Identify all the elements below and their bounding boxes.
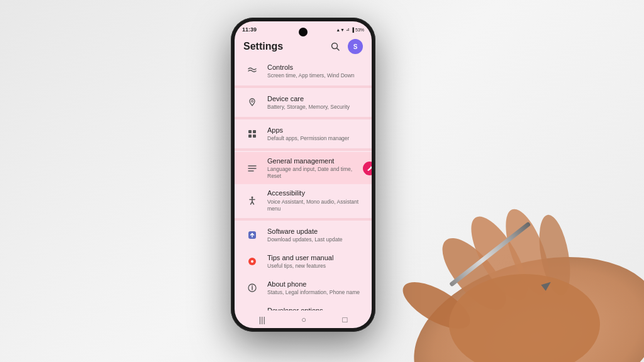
wifi-icon: ⊿ [346,27,350,32]
user-avatar[interactable]: S [348,39,363,54]
home-button[interactable]: ○ [301,315,306,324]
divider-1 [235,85,372,88]
settings-item-device-care[interactable]: Device care Battery, Storage, Memory, Se… [235,89,372,116]
tips-subtitle: Useful tips, new features [267,263,363,270]
general-management-icon [243,160,261,177]
svg-rect-12 [248,130,252,133]
apps-icon [243,125,261,143]
software-update-text: Software update Download updates, Last u… [267,227,363,243]
edit-icon [367,165,372,172]
accessibility-text: Accessibility Voice Assistant, Mono audi… [267,189,363,212]
search-icon [331,42,340,51]
search-button[interactable] [328,39,343,54]
signal-icon: ▲▼ [336,28,345,32]
svg-rect-15 [253,134,256,138]
developer-options-text: Developer options Developer options [267,306,363,310]
back-icon: ||| [259,315,265,324]
phone-wrapper: 11:39 ▲▼ ⊿ ▐ 53% Settings [231,18,375,332]
software-update-subtitle: Download updates, Last update [267,236,363,243]
controls-subtitle: Screen time, App timers, Wind Down [267,72,363,79]
general-management-subtitle: Language and input, Date and time, Reset [267,166,363,180]
edit-fab[interactable] [363,162,372,175]
home-icon: ○ [301,315,306,324]
apps-title: Apps [267,126,363,134]
about-phone-icon [243,279,261,297]
page-title: Settings [243,41,283,52]
recents-icon: □ [342,315,347,324]
svg-rect-13 [253,130,256,133]
svg-point-30 [252,285,253,286]
phone-device: 11:39 ▲▼ ⊿ ▐ 53% Settings [231,18,375,332]
software-update-title: Software update [267,227,363,236]
divider-3 [235,148,372,151]
settings-item-developer-options[interactable]: {} Developer options Developer options [235,301,372,310]
divider-4 [235,218,372,221]
battery-percent: 53% [355,28,364,32]
settings-item-general-management[interactable]: General management Language and input, D… [235,152,372,184]
settings-header: Settings S [235,35,372,58]
navigation-bar: ||| ○ □ [235,310,372,328]
punch-hole-camera [299,28,308,36]
settings-item-accessibility[interactable]: Accessibility Voice Assistant, Mono audi… [235,184,372,216]
tips-title: Tips and user manual [267,253,363,262]
about-phone-text: About phone Status, Legal information, P… [267,280,363,296]
svg-rect-14 [248,134,252,138]
apps-text: Apps Default apps, Permission manager [267,126,363,142]
about-phone-subtitle: Status, Legal information, Phone name [267,289,363,296]
tips-text: Tips and user manual Useful tips, new fe… [267,253,363,270]
device-care-subtitle: Battery, Storage, Memory, Security [267,104,363,111]
software-update-icon [243,226,261,244]
divider-2 [235,117,372,119]
controls-title: Controls [267,63,363,72]
svg-point-11 [252,101,253,102]
settings-item-about-phone[interactable]: About phone Status, Legal information, P… [235,275,372,301]
settings-item-controls[interactable]: Controls Screen time, App timers, Wind D… [235,58,372,84]
header-actions: S [328,39,363,54]
settings-item-software-update[interactable]: Software update Download updates, Last u… [235,222,372,248]
device-care-icon [243,94,261,111]
svg-line-23 [252,202,254,204]
general-management-text: General management Language and input, D… [267,156,363,180]
apps-subtitle: Default apps, Permission manager [267,135,363,142]
settings-item-apps[interactable]: Apps Default apps, Permission manager [235,121,372,147]
status-time: 11:39 [242,26,257,33]
battery-icon: ▐ [351,28,354,32]
developer-options-title: Developer options [267,306,363,310]
developer-options-icon: {} [243,305,261,310]
about-phone-title: About phone [267,280,363,288]
general-management-title: General management [267,156,363,165]
back-button[interactable]: ||| [259,315,265,324]
recents-button[interactable]: □ [342,315,347,324]
accessibility-subtitle: Voice Assistant, Mono audio, Assistant m… [267,199,363,212]
svg-line-10 [337,48,340,51]
phone-screen: 11:39 ▲▼ ⊿ ▐ 53% Settings [235,21,372,328]
device-care-title: Device care [267,94,363,103]
accessibility-icon [243,192,261,209]
controls-icon [243,62,261,80]
device-care-text: Device care Battery, Storage, Memory, Se… [267,94,363,111]
controls-text: Controls Screen time, App timers, Wind D… [267,63,363,79]
tips-icon [243,253,261,270]
settings-item-tips[interactable]: Tips and user manual Useful tips, new fe… [235,248,372,275]
settings-list: Controls Screen time, App timers, Wind D… [235,58,372,310]
accessibility-title: Accessibility [267,189,363,197]
svg-point-27 [251,260,253,263]
status-icons: ▲▼ ⊿ ▐ 53% [336,27,364,32]
